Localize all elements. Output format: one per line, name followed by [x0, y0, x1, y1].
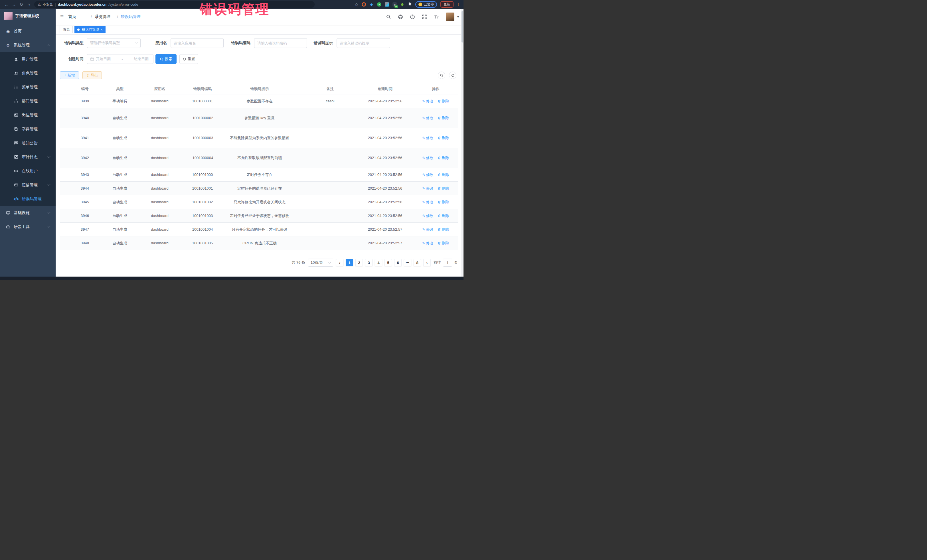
hamburger-icon[interactable]: ≡ [60, 14, 64, 20]
extension-grid-icon[interactable] [385, 2, 389, 6]
code-icon: </> [14, 197, 18, 201]
sidebar-item-notice[interactable]: 通知公告 [0, 136, 56, 150]
page-button-2[interactable]: 2 [356, 259, 363, 266]
sidebar-item-role-management[interactable]: 角色管理 [0, 66, 56, 80]
extension-orange-icon[interactable] [362, 2, 366, 6]
extension-list-icon[interactable]: ≣on [392, 2, 397, 6]
message-icon [14, 183, 18, 187]
page-button-4[interactable]: 4 [375, 259, 382, 266]
sidebar-item-department-management[interactable]: 部门管理 [0, 94, 56, 108]
page-button-8[interactable]: 8 [413, 259, 421, 266]
fullscreen-icon[interactable] [422, 14, 427, 20]
github-icon[interactable] [398, 14, 403, 20]
app-name-field[interactable] [170, 38, 223, 48]
delete-link[interactable]: 删除 [438, 98, 449, 104]
page-size-select[interactable]: 10条/页 [308, 259, 333, 267]
edit-link[interactable]: ✎修改 [422, 213, 433, 219]
breadcrumb-system[interactable]: 系统管理 [94, 14, 114, 20]
refresh-icon [182, 57, 186, 61]
trash-icon [438, 241, 441, 245]
font-size-icon[interactable] [434, 14, 439, 20]
export-button[interactable]: ↧ 导出 [82, 71, 102, 79]
page-button-6[interactable]: 6 [394, 259, 401, 266]
browser-menu-icon[interactable]: ⋮ [457, 2, 460, 6]
search-button[interactable]: 搜索 [155, 54, 176, 64]
add-button[interactable]: + 新增 [60, 71, 79, 79]
page-button-5[interactable]: 5 [384, 259, 392, 266]
help-icon[interactable] [410, 14, 415, 20]
error-code-input[interactable] [257, 41, 304, 46]
edit-link[interactable]: ✎修改 [422, 240, 433, 246]
bookmark-star-icon[interactable]: ☆ [354, 2, 358, 7]
browser-update-button[interactable]: 更新 [441, 1, 453, 8]
sidebar-item-audit-log[interactable]: 审计日志 [0, 150, 56, 164]
error-msg-field[interactable] [337, 38, 390, 48]
delete-link[interactable]: 删除 [438, 240, 449, 246]
browser-forward-button[interactable]: → [10, 2, 18, 7]
edit-link[interactable]: ✎修改 [422, 171, 433, 178]
delete-link[interactable]: 删除 [438, 135, 449, 141]
url-bar[interactable]: ⚠ 不安全 | dashboard.yudao.iocoder.cn/syste… [34, 1, 315, 8]
goto-page-input[interactable] [443, 259, 452, 267]
prev-page-button[interactable]: ‹ [336, 259, 343, 266]
edit-link[interactable]: ✎修改 [422, 115, 433, 121]
edit-link[interactable]: ✎修改 [422, 199, 433, 205]
user-avatar[interactable] [446, 12, 454, 21]
page-button-3[interactable]: 3 [365, 259, 372, 266]
sidebar-item-user-management[interactable]: 用户管理 [0, 52, 56, 66]
browser-home-button[interactable]: ⌂ [25, 2, 32, 7]
more-pages-button[interactable]: ••• [404, 259, 411, 266]
edit-link[interactable]: ✎修改 [422, 185, 433, 191]
start-date-placeholder: 开始日期 [96, 56, 111, 62]
browser-reload-button[interactable]: ↻ [18, 2, 25, 7]
edit-link[interactable]: ✎修改 [422, 155, 433, 161]
sidebar-item-dev-tools[interactable]: 研发工具 [0, 220, 56, 234]
delete-link[interactable]: 删除 [438, 213, 449, 219]
extension-green-v-icon[interactable]: V [377, 2, 381, 6]
header-search-icon[interactable] [386, 14, 391, 20]
extensions-puzzle-icon[interactable] [408, 2, 412, 7]
app-name-input[interactable] [174, 41, 220, 46]
edit-link[interactable]: ✎修改 [422, 135, 433, 141]
sidebar-item-home[interactable]: ◉ 首页 [0, 24, 56, 38]
sidebar-item-infrastructure[interactable]: 基础设施 [0, 206, 56, 220]
page-button-1[interactable]: 1 [346, 259, 353, 266]
tag-close-icon[interactable]: × [101, 28, 103, 32]
trash-icon [438, 228, 441, 231]
sidebar-item-system-management[interactable]: ⚙ 系统管理 [0, 38, 56, 52]
delete-link[interactable]: 删除 [438, 115, 449, 121]
reset-button[interactable]: 重置 [179, 54, 198, 64]
delete-link[interactable]: 删除 [438, 171, 449, 178]
error-msg-input[interactable] [340, 41, 387, 46]
app-logo[interactable]: 芋道管理系统 [0, 9, 56, 23]
extension-leaf-icon[interactable] [400, 2, 404, 6]
extension-blue-icon[interactable]: ◆ [369, 2, 374, 6]
page-scrollbar[interactable] [461, 9, 464, 276]
sidebar-item-sms-management[interactable]: 短信管理 [0, 178, 56, 192]
tag-error-code-management[interactable]: 错误码管理 × [74, 26, 106, 33]
error-type-select[interactable]: 请选择错误码类型 [87, 38, 141, 48]
next-page-button[interactable]: › [423, 259, 431, 266]
toggle-search-button[interactable] [438, 71, 445, 79]
tag-home[interactable]: 首页 [59, 26, 73, 33]
delete-link[interactable]: 删除 [438, 199, 449, 205]
sidebar-item-menu-management[interactable]: 菜单管理 [0, 80, 56, 94]
profile-emoji-icon [418, 3, 422, 6]
scrollbar-thumb[interactable] [462, 11, 463, 42]
sidebar-item-error-code-management[interactable]: </> 错误码管理 [0, 192, 56, 206]
refresh-table-button[interactable] [449, 71, 456, 79]
date-range-picker[interactable]: 开始日期 - 结束日期 [87, 54, 153, 64]
sidebar-item-dict-management[interactable]: 字典管理 [0, 122, 56, 136]
edit-link[interactable]: ✎修改 [422, 226, 433, 233]
delete-link[interactable]: 删除 [438, 226, 449, 233]
sidebar-item-online-users[interactable]: 在线用户 [0, 164, 56, 178]
browser-back-button[interactable]: ← [3, 2, 10, 7]
delete-link[interactable]: 删除 [438, 155, 449, 161]
edit-link[interactable]: ✎修改 [422, 98, 433, 104]
avatar-caret-down-icon[interactable]: ▾ [457, 15, 459, 19]
error-code-field[interactable] [254, 38, 307, 48]
profile-paused-chip[interactable]: 已暂停 [415, 1, 437, 8]
delete-link[interactable]: 删除 [438, 185, 449, 191]
sidebar-item-post-management[interactable]: 岗位管理 [0, 108, 56, 122]
breadcrumb-home[interactable]: 首页 [68, 14, 88, 20]
